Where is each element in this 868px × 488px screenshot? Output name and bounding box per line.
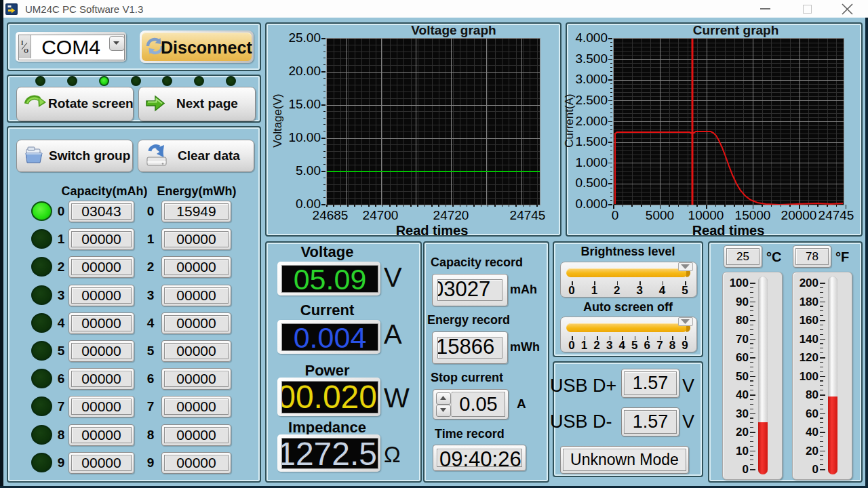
svg-text:I: I: [21, 39, 24, 46]
svg-text:O: O: [24, 47, 28, 54]
